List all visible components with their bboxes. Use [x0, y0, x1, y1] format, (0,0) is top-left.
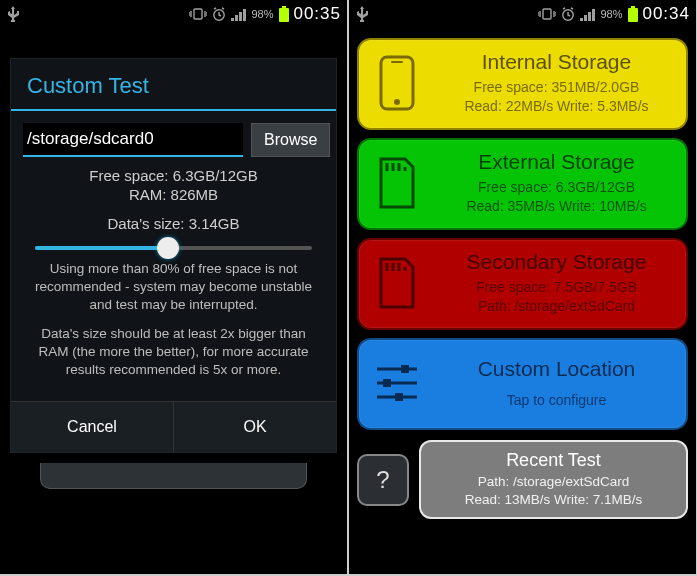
svg-point-9 — [394, 99, 400, 105]
browse-button[interactable]: Browse — [251, 123, 330, 157]
clock: 00:35 — [293, 4, 341, 24]
cancel-button[interactable]: Cancel — [11, 402, 173, 452]
alarm-icon — [560, 6, 576, 22]
card-title: Internal Storage — [437, 50, 676, 74]
clock: 00:34 — [642, 4, 690, 24]
sliders-icon — [369, 361, 425, 405]
card-line2: Path: /storage/extSdCard — [437, 297, 676, 316]
recent-line2: Read: 13MB/s Write: 7.1MB/s — [427, 491, 680, 509]
status-bar: 98% 00:35 — [0, 0, 347, 28]
phone-left: 98% 00:35 Custom Test Browse Free space:… — [0, 0, 347, 574]
help-button[interactable]: ? — [357, 454, 409, 506]
advice-text-2: Data's size should be at least 2x bigger… — [29, 325, 318, 380]
svg-rect-6 — [628, 8, 638, 22]
slider-fill — [35, 246, 168, 250]
phone-icon — [369, 55, 425, 111]
sdcard-icon — [369, 257, 425, 309]
recent-title: Recent Test — [427, 450, 680, 471]
signal-icon — [231, 7, 249, 21]
recent-test-card[interactable]: Recent Test Path: /storage/extSdCard Rea… — [419, 440, 688, 519]
slider-thumb[interactable] — [157, 237, 179, 259]
alarm-icon — [211, 6, 227, 22]
battery-percent: 98% — [600, 8, 622, 20]
battery-percent: 98% — [251, 8, 273, 20]
svg-rect-16 — [395, 393, 403, 401]
svg-rect-4 — [543, 9, 551, 19]
custom-test-dialog: Custom Test Browse Free space: 6.3GB/12G… — [10, 58, 337, 453]
svg-rect-3 — [282, 6, 286, 8]
battery-icon — [628, 6, 638, 22]
svg-rect-0 — [194, 9, 202, 19]
card-title: External Storage — [437, 150, 676, 174]
card-line2: Read: 22MB/s Write: 5.3MB/s — [437, 97, 676, 116]
card-line1: Free space: 6.3GB/12GB — [437, 178, 676, 197]
vibrate-icon — [189, 7, 207, 21]
usb-icon — [6, 6, 20, 22]
external-storage-card[interactable]: External Storage Free space: 6.3GB/12GB … — [357, 138, 688, 230]
advice-text-1: Using more than 80% of free space is not… — [29, 260, 318, 315]
data-size-label: Data's size: 3.14GB — [23, 215, 324, 232]
custom-location-card[interactable]: Custom Location Tap to configure — [357, 338, 688, 430]
data-size-slider[interactable] — [35, 246, 312, 250]
recent-line1: Path: /storage/extSdCard — [427, 473, 680, 491]
svg-rect-7 — [631, 6, 635, 8]
ok-button[interactable]: OK — [173, 402, 336, 452]
ram-label: RAM: 826MB — [23, 186, 324, 203]
svg-rect-2 — [279, 8, 289, 22]
card-title: Custom Location — [437, 357, 676, 381]
card-line1: Free space: 7.5GB/7.5GB — [437, 278, 676, 297]
status-bar: 98% 00:34 — [349, 0, 696, 28]
vibrate-icon — [538, 7, 556, 21]
signal-icon — [580, 7, 598, 21]
card-title: Secondary Storage — [437, 250, 676, 274]
free-space-label: Free space: 6.3GB/12GB — [23, 167, 324, 184]
dialog-title: Custom Test — [11, 59, 336, 111]
usb-icon — [355, 6, 369, 22]
sdcard-icon — [369, 157, 425, 209]
card-line1: Free space: 351MB/2.0GB — [437, 78, 676, 97]
internal-storage-card[interactable]: Internal Storage Free space: 351MB/2.0GB… — [357, 38, 688, 130]
svg-rect-15 — [383, 379, 391, 387]
storage-path-input[interactable] — [23, 123, 243, 157]
battery-icon — [279, 6, 289, 22]
background-panel-edge — [40, 463, 307, 489]
phone-right: 98% 00:34 Internal Storage Free space: 3… — [349, 0, 696, 574]
storage-cards: Internal Storage Free space: 351MB/2.0GB… — [349, 28, 696, 440]
secondary-storage-card[interactable]: Secondary Storage Free space: 7.5GB/7.5G… — [357, 238, 688, 330]
card-line2: Read: 35MB/s Write: 10MB/s — [437, 197, 676, 216]
svg-rect-14 — [401, 365, 409, 373]
svg-rect-10 — [391, 61, 403, 63]
card-line1: Tap to configure — [437, 391, 676, 410]
